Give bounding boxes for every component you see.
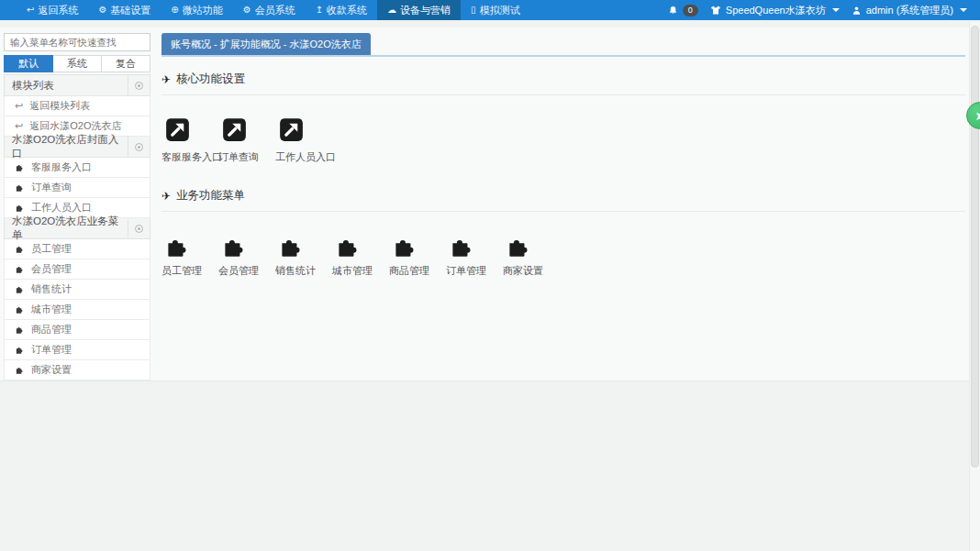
- merchant-label: SpeedQueen水漾衣坊: [726, 4, 826, 17]
- sidebar-item-module[interactable]: 订单查询: [4, 178, 150, 198]
- puzzle-icon: [222, 234, 247, 259]
- sidebar-item-label: 客服服务入口: [31, 160, 92, 174]
- core-section-label: 核心功能设置: [176, 72, 245, 87]
- top-navbar: ↩ 返回系统 ⚙ 基础设置 ⊕ 微站功能 ⚙ 会员系统 ↥ 收款系统 ☁ 设备与…: [0, 0, 980, 20]
- section-toggle-button[interactable]: [128, 137, 150, 157]
- nav-item-label: 模拟测试: [480, 4, 520, 17]
- main-content: 账号概况 - 扩展功能概况 - 水漾O2O洗衣店 ✈ 核心功能设置 客服服务入口…: [161, 33, 965, 278]
- sidebar-item-label: 工作人员入口: [31, 201, 92, 215]
- sidebar-tabs: 默认系统复合: [4, 55, 150, 72]
- business-function-label: 商家设置: [503, 264, 543, 278]
- nav-item-label: 基础设置: [110, 4, 150, 17]
- sidebar-section-header: 水漾O2O洗衣店封面入口: [4, 137, 150, 158]
- content-tab[interactable]: 账号概况 - 扩展功能概况 - 水漾O2O洗衣店: [161, 33, 371, 55]
- content-tab-row: 账号概况 - 扩展功能概况 - 水漾O2O洗衣店: [161, 33, 965, 55]
- sidebar-item-module[interactable]: 订单管理: [4, 340, 150, 360]
- sidebar-section-label: 水漾O2O洗衣店业务菜单: [5, 215, 128, 242]
- sidebar-item-module[interactable]: 城市管理: [4, 300, 150, 320]
- sidebar-item-label: 商品管理: [31, 323, 72, 336]
- section-toggle-button[interactable]: [128, 218, 150, 238]
- plane-icon: ✈: [161, 190, 171, 203]
- arrow-icon: ➤: [975, 109, 980, 123]
- business-function-item[interactable]: 城市管理: [332, 234, 389, 278]
- puzzle-icon: [507, 234, 531, 259]
- notifications-button[interactable]: 0: [668, 5, 698, 17]
- tab-underline: [161, 55, 965, 57]
- toggle-circle-icon: [135, 82, 143, 90]
- sidebar-menu-list: 模块列表 ↩ 返回模块列表 ↩ 返回水漾O2O洗衣店 水漾O2O洗衣店封面入口 …: [4, 74, 150, 380]
- sidebar-item-label: 城市管理: [31, 303, 72, 316]
- nav-item[interactable]: ↩ 返回系统: [17, 0, 88, 20]
- user-icon: [852, 6, 862, 16]
- sidebar-tab[interactable]: 默认: [4, 55, 53, 72]
- sidebar-item-module[interactable]: 商家设置: [4, 360, 150, 380]
- business-function-label: 订单管理: [446, 264, 486, 278]
- puzzle-icon: [15, 203, 25, 213]
- business-function-item[interactable]: 商家设置: [503, 234, 560, 278]
- puzzle-icon: [15, 264, 25, 274]
- sidebar-item-label: 商家设置: [31, 363, 72, 377]
- navbar-right: 0 SpeedQueen水漾衣坊 admin (系统管理员): [668, 0, 980, 20]
- menu-search-input[interactable]: [4, 33, 150, 51]
- puzzle-icon: [15, 345, 25, 355]
- user-menu[interactable]: admin (系统管理员): [852, 4, 967, 17]
- bell-icon: [668, 6, 678, 16]
- scrollbar-thumb[interactable]: [971, 26, 979, 468]
- nav-item[interactable]: ▯ 模拟测试: [461, 0, 530, 20]
- sidebar-section-label: 模块列表: [5, 79, 128, 93]
- sidebar-item-module[interactable]: 销售统计: [4, 280, 150, 300]
- core-function-item[interactable]: 订单查询: [218, 117, 275, 164]
- external-link-square-icon: [222, 117, 247, 142]
- caret-down-icon: [832, 8, 840, 12]
- sidebar-item-return[interactable]: ↩ 返回模块列表: [4, 96, 150, 116]
- nav-item[interactable]: ↥ 收款系统: [306, 0, 377, 20]
- sidebar-section-header: 水漾O2O洗衣店业务菜单: [4, 218, 150, 239]
- reply-icon: ↩: [27, 6, 34, 15]
- nav-item[interactable]: ⚙ 基础设置: [88, 0, 161, 20]
- business-function-item[interactable]: 商品管理: [389, 234, 446, 278]
- sidebar-section-label: 水漾O2O洗衣店封面入口: [5, 133, 128, 160]
- business-function-item[interactable]: 销售统计: [275, 234, 332, 278]
- puzzle-icon: [15, 325, 25, 335]
- sidebar-item-label: 订单管理: [31, 343, 72, 357]
- puzzle-icon: [279, 234, 304, 259]
- puzzle-icon: [15, 365, 25, 375]
- external-link-square-icon: [165, 117, 190, 142]
- puzzle-icon: [15, 304, 25, 314]
- business-function-item[interactable]: 会员管理: [218, 234, 275, 278]
- core-function-item[interactable]: 工作人员入口: [275, 117, 332, 164]
- core-function-item[interactable]: 客服服务入口: [161, 117, 218, 164]
- sidebar-tab[interactable]: 复合: [102, 55, 150, 72]
- puzzle-icon: [336, 234, 361, 259]
- sidebar: 默认系统复合 模块列表 ↩ 返回模块列表 ↩ 返回水漾O2O洗衣店 水漾O2O洗…: [4, 33, 150, 380]
- sidebar-item-module[interactable]: 商品管理: [4, 320, 150, 340]
- sidebar-tab[interactable]: 系统: [53, 55, 102, 72]
- user-label: admin (系统管理员): [866, 4, 953, 17]
- plane-icon: ✈: [161, 73, 171, 86]
- puzzle-icon: [15, 284, 25, 294]
- sidebar-item-label: 返回水漾O2O洗衣店: [29, 119, 121, 133]
- nav-item-label: 收款系统: [327, 4, 367, 17]
- core-section-title: ✈ 核心功能设置: [161, 72, 965, 95]
- member-gear-icon: ⚙: [243, 6, 251, 15]
- nav-item[interactable]: ☁ 设备与营销: [377, 0, 461, 20]
- business-function-item[interactable]: 员工管理: [161, 234, 218, 278]
- nav-item[interactable]: ⚙ 会员系统: [233, 0, 306, 20]
- sidebar-section-header: 模块列表: [4, 75, 150, 96]
- section-toggle-button[interactable]: [128, 75, 150, 95]
- puzzle-icon: [15, 244, 25, 254]
- sidebar-item-module[interactable]: 客服服务入口: [4, 158, 150, 178]
- mobile-icon: ▯: [471, 6, 476, 15]
- sidebar-item-module[interactable]: 会员管理: [4, 259, 150, 280]
- plus-circle-icon: ⊕: [171, 6, 178, 15]
- business-function-grid: 员工管理 会员管理 销售统计 城市管理 商品管理 订单管理 商家设置: [161, 234, 965, 278]
- puzzle-icon: [450, 234, 474, 259]
- nav-item[interactable]: ⊕ 微站功能: [161, 0, 232, 20]
- sidebar-item-module[interactable]: 员工管理: [4, 239, 150, 259]
- merchant-menu[interactable]: SpeedQueen水漾衣坊: [710, 4, 840, 17]
- collect-icon: ↥: [316, 6, 323, 15]
- puzzle-icon: [15, 162, 25, 172]
- sidebar-search: [4, 33, 150, 51]
- business-function-item[interactable]: 订单管理: [446, 234, 503, 278]
- core-function-label: 客服服务入口: [161, 150, 222, 164]
